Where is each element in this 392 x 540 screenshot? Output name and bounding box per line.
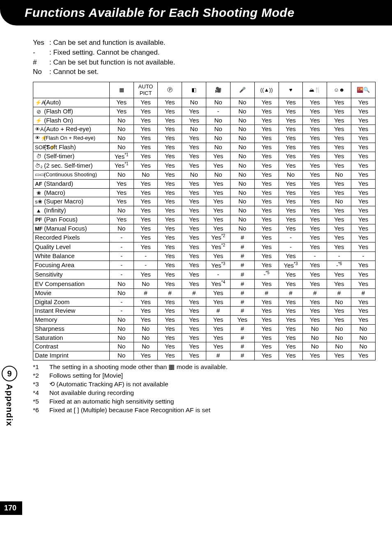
cell: Yes [158,125,182,134]
cell: Yes [206,206,231,215]
cell: Yes [279,298,303,307]
cell: No [109,143,134,152]
cell: No [279,171,303,180]
cell: - [303,252,327,261]
cell: Yes [134,98,158,107]
footnote: *2Follows setting for [Movie] [33,372,376,380]
cell: Yes [254,143,279,152]
cell: Yes [254,333,279,342]
cell: Yes [206,197,231,206]
cell: Yes [182,252,206,261]
cell: Yes [303,307,327,316]
cell: Yes [109,188,134,197]
row-label-text: Date Imprint [35,352,69,359]
cell: No [134,279,158,289]
row-label: s❀ (Super Macro) [33,197,110,206]
cell: Yes [182,242,206,252]
cell: Yes [279,152,303,161]
footnote-key: *2 [33,372,49,380]
cell: Yes [327,188,351,197]
cell: Yes [134,270,158,279]
row-icon: MF [35,226,42,232]
cell: Yes [182,107,206,116]
row-label-text: (Super Macro) [44,198,83,205]
cell: Yes [182,261,206,270]
cell: No [109,333,134,342]
cell: Yes [303,171,327,180]
row-label-text: White Balance [35,252,75,259]
cell: Yes [254,324,279,333]
cell: Yes [134,242,158,252]
cell: Yes [279,279,303,289]
cell: Yes [182,134,206,143]
footnote-key: *5 [33,397,49,406]
cell: No [230,161,254,171]
row-label-text: EV Compensation [35,280,85,287]
table-row: Recorded Pixels-YesYesYesYes*2#Yes-YesYe… [33,233,376,242]
cell: Yes [351,224,376,233]
footnote-key: *4 [33,389,49,397]
cell: Yes [134,351,158,360]
cell: Yes [206,342,231,351]
row-icon: 👁⚡ [35,135,42,141]
cell: Yes [230,316,254,325]
cell: No [230,171,254,180]
cell: Yes [182,342,206,351]
footnote: *1The setting in a shooting mode other t… [33,363,376,372]
cell: Yes [254,242,279,252]
cell: # [206,307,231,316]
cell: No [109,324,134,333]
row-label-text: Focusing Area [35,261,74,268]
row-label-text: Digital Zoom [35,298,69,305]
cell: Yes [182,206,206,215]
table-row: 👁A (Auto + Red-eye)NoYesYesNoNoNoYesYesY… [33,125,376,134]
cell: Yes*3 [279,261,303,270]
cell: Yes [134,206,158,215]
cell: No [109,316,134,325]
cell: No [230,116,254,125]
cell: Yes [327,134,351,143]
cell: Yes [158,270,182,279]
mode-column-header: 🎤 [230,82,254,98]
cell: - [109,252,134,261]
cell: No [351,342,376,351]
legend-key: - [33,48,49,58]
cell: No [206,116,231,125]
cell: Yes [158,206,182,215]
cell: Yes [206,333,231,342]
cell: No [230,152,254,161]
cell: Yes [254,107,279,116]
cell: No [230,224,254,233]
row-label: Sharpness [33,324,110,333]
cell: # [303,288,327,298]
cell: Yes [254,125,279,134]
cell: Yes [158,188,182,197]
page-header: Functions Available for Each Shooting Mo… [0,0,392,25]
cell: Yes [254,351,279,360]
footnote: *4Not available during recording [33,389,376,397]
cell: Yes [279,179,303,188]
cell: Yes [327,116,351,125]
cell: No [303,342,327,351]
cell: Yes [303,143,327,152]
cell: Yes [134,161,158,171]
cell: Yes [109,98,134,107]
cell: Yes [134,233,158,242]
cell: Yes [351,107,376,116]
cell: Yes [303,161,327,171]
table-row: SharpnessNoNoYesYesYes#YesYesNoNoNo [33,324,376,333]
row-label-text: (Continuous Shooting) [44,171,97,178]
cell: Yes [158,279,182,289]
row-label: White Balance [33,252,110,261]
row-label: Sensitivity [33,270,110,279]
row-label-text: (2 sec. Self-timer) [44,162,92,169]
cell: Yes [351,171,376,180]
row-label: ▲ (Infinity) [33,206,110,215]
cell: No [327,298,351,307]
cell: # [134,288,158,298]
cell: No [351,324,376,333]
cell: No [109,351,134,360]
cell: Yes [254,161,279,171]
cell: # [230,342,254,351]
cell: Yes [254,152,279,161]
